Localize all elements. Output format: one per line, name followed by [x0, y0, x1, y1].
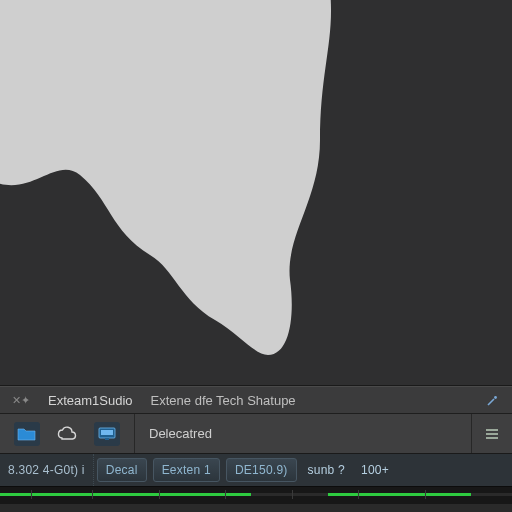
toolbar-group-modes [0, 414, 135, 453]
tabbar-right-icon[interactable] [484, 391, 502, 409]
svg-rect-3 [105, 438, 109, 440]
toolbar: Delecatred [0, 414, 512, 454]
status-readings: 8.302 4-G0t) i [0, 454, 94, 486]
bottom-strip [0, 504, 512, 512]
status-btn-decal[interactable]: Decal [97, 458, 147, 482]
tab-tech-setup[interactable]: Extene dfe Tech Shatupe [151, 393, 296, 408]
svg-point-0 [494, 396, 497, 399]
timeline-tick [358, 490, 359, 499]
timeline-tick [225, 490, 226, 499]
canvas-shape [0, 0, 512, 380]
svg-rect-5 [486, 433, 498, 435]
status-btn-extent[interactable]: Eexten 1 [153, 458, 220, 482]
svg-rect-6 [486, 437, 498, 439]
mode-label: Delecatred [135, 426, 471, 441]
timeline-tick [292, 490, 293, 499]
tabbar-left-glyphs: ✕✦ [12, 394, 30, 407]
svg-rect-2 [101, 430, 113, 435]
timeline-progress-a [0, 493, 251, 496]
settings-icon[interactable] [471, 414, 512, 453]
tab-studio[interactable]: Exteam1Sudio [48, 393, 133, 408]
viewport-canvas[interactable] [0, 0, 512, 386]
timeline-tick [425, 490, 426, 499]
status-btn-de150[interactable]: DE150.9) [226, 458, 297, 482]
status-scrub: sunb ? [300, 454, 353, 486]
status-spacer [397, 454, 512, 486]
timeline-tick [92, 490, 93, 499]
timeline[interactable] [0, 486, 512, 504]
timeline-progress-b [328, 493, 471, 496]
status-bar: 8.302 4-G0t) i Decal Eexten 1 DE150.9) s… [0, 454, 512, 486]
tab-bar: ✕✦ Exteam1Sudio Extene dfe Tech Shatupe [0, 386, 512, 414]
cloud-icon[interactable] [54, 422, 80, 446]
timeline-tick [31, 490, 32, 499]
status-zoom[interactable]: 100+ [353, 454, 397, 486]
folder-icon[interactable] [14, 422, 40, 446]
svg-rect-4 [486, 429, 498, 431]
monitor-icon[interactable] [94, 422, 120, 446]
timeline-tick [159, 490, 160, 499]
